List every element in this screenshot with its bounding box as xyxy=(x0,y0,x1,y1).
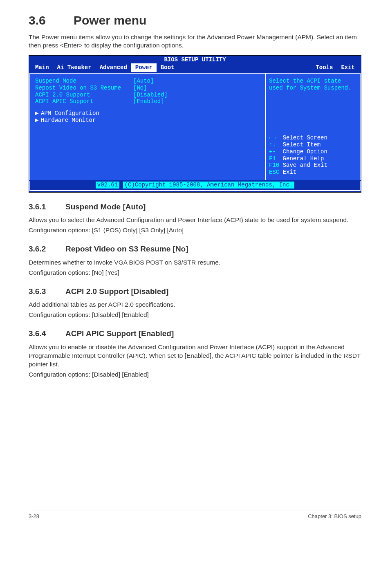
subsection-options: Configuration options: [S1 (POS) Only] [… xyxy=(29,226,361,235)
setting-row[interactable]: Suspend Mode [Auto] xyxy=(35,78,260,85)
nav-key: +- xyxy=(269,148,276,155)
setting-label: ACPI 2.0 Support xyxy=(35,92,133,99)
page-footer: 3-28 Chapter 3: BIOS setup xyxy=(29,510,361,520)
subsection-heading: 3.6.4ACPI APIC Support [Enabled] xyxy=(29,328,361,339)
subsection-title: Repost Video on S3 Resume [No] xyxy=(65,245,188,253)
bios-version: v02.61 xyxy=(96,182,119,189)
nav-key: F10 xyxy=(269,162,279,168)
nav-label: Change Option xyxy=(279,148,327,155)
setting-row[interactable]: ACPI APIC Support [Enabled] xyxy=(35,98,260,105)
bios-menubar: Main Ai Tweaker Advanced Power Boot Tool… xyxy=(29,63,361,72)
setting-label: Suspend Mode xyxy=(35,78,133,85)
subsection-heading: 3.6.2Repost Video on S3 Resume [No] xyxy=(29,244,361,254)
subsection-options: Configuration options: [Disabled] [Enabl… xyxy=(29,370,361,379)
chapter-label: Chapter 3: BIOS setup xyxy=(308,513,361,520)
submenu-label: APM Configuration xyxy=(41,110,99,117)
nav-key: ↑↓ xyxy=(269,141,276,148)
section-title-text: Power menu xyxy=(74,13,146,27)
arrow-icon: ▶ xyxy=(35,117,41,124)
subsection-number: 3.6.2 xyxy=(29,244,65,254)
submenu-row[interactable]: ▶ Hardware Monitor xyxy=(35,117,260,124)
bios-footer: v02.61 (C)Copyright 1985-2008, American … xyxy=(29,181,361,191)
setting-label: ACPI APIC Support xyxy=(35,98,133,105)
setting-value: [Auto] xyxy=(133,78,154,85)
nav-row: +- Change Option xyxy=(269,148,356,155)
menu-boot[interactable]: Boot xyxy=(157,63,179,72)
bios-copyright: (C)Copyright 1985-2008, American Megatre… xyxy=(123,182,295,189)
nav-label: Select Item xyxy=(283,141,321,148)
nav-key: F1 xyxy=(269,155,276,162)
spacer xyxy=(35,105,260,110)
subsection-number: 3.6.1 xyxy=(29,202,65,212)
subsection-title: ACPI APIC Support [Enabled] xyxy=(65,329,174,338)
setting-value: [Enabled] xyxy=(133,98,164,105)
submenu-label: Hardware Monitor xyxy=(41,117,96,124)
subsection-heading: 3.6.3ACPI 2.0 Support [Disabled] xyxy=(29,286,361,297)
menu-main[interactable]: Main xyxy=(31,63,53,72)
menu-advanced[interactable]: Advanced xyxy=(96,63,131,72)
section-number: 3.6 xyxy=(29,12,74,29)
nav-label: General Help xyxy=(279,155,324,162)
menu-power[interactable]: Power xyxy=(131,63,157,72)
bios-body: Suspend Mode [Auto] Repost Video on S3 R… xyxy=(29,73,361,180)
bios-settings-pane: Suspend Mode [Auto] Repost Video on S3 R… xyxy=(30,74,266,180)
bios-help-pane: Select the ACPI state used for System Su… xyxy=(266,74,360,180)
section-intro: The Power menu items allow you to change… xyxy=(29,33,361,50)
menu-tools[interactable]: Tools xyxy=(312,63,337,72)
menu-exit[interactable]: Exit xyxy=(337,63,359,72)
setting-row[interactable]: Repost Video on S3 Resume [No] xyxy=(35,85,260,92)
nav-row: ↑↓ Select Item xyxy=(269,141,356,148)
subsection-options: Configuration options: [No] [Yes] xyxy=(29,269,361,277)
setting-value: [Disabled] xyxy=(133,92,168,99)
bios-title: BIOS SETUP UTILITY xyxy=(29,56,361,63)
bios-screenshot: BIOS SETUP UTILITY Main Ai Tweaker Advan… xyxy=(29,55,361,192)
setting-row[interactable]: ACPI 2.0 Support [Disabled] xyxy=(35,92,260,99)
nav-row: F10 Save and Exit xyxy=(269,162,356,169)
nav-key: ←→ xyxy=(269,135,276,141)
nav-label: Save and Exit xyxy=(283,162,327,168)
subsection-text: Allows you to enable or disable the Adva… xyxy=(29,343,361,369)
subsection-number: 3.6.3 xyxy=(29,286,65,297)
nav-keys: ←→ Select Screen ↑↓ Select Item +- Chang… xyxy=(269,135,356,176)
nav-row: ←→ Select Screen xyxy=(269,135,356,141)
nav-label: Exit xyxy=(283,169,297,175)
setting-label: Repost Video on S3 Resume xyxy=(35,85,133,92)
nav-label: Select Screen xyxy=(283,135,327,141)
subsection-heading: 3.6.1Suspend Mode [Auto] xyxy=(29,202,361,212)
subsection-number: 3.6.4 xyxy=(29,328,65,339)
subsection-text: Determines whether to invoke VGA BIOS PO… xyxy=(29,258,361,267)
section-heading: 3.6Power menu xyxy=(29,12,361,29)
page-number: 3-28 xyxy=(29,513,39,520)
setting-value: [No] xyxy=(133,85,147,92)
nav-row: ESC Exit xyxy=(269,169,356,176)
menu-ai-tweaker[interactable]: Ai Tweaker xyxy=(53,63,96,72)
subsection-title: Suspend Mode [Auto] xyxy=(65,202,146,211)
subsection-options: Configuration options: [Disabled] [Enabl… xyxy=(29,311,361,319)
subsection-title: ACPI 2.0 Support [Disabled] xyxy=(65,287,168,296)
subsection-text: Add additional tables as per ACPI 2.0 sp… xyxy=(29,301,361,309)
arrow-icon: ▶ xyxy=(35,110,41,117)
submenu-row[interactable]: ▶ APM Configuration xyxy=(35,110,260,117)
subsection-text: Allows you to select the Advanced Config… xyxy=(29,216,361,224)
nav-key: ESC xyxy=(269,169,279,175)
nav-row: F1 General Help xyxy=(269,155,356,162)
context-help: Select the ACPI state used for System Su… xyxy=(269,78,356,92)
